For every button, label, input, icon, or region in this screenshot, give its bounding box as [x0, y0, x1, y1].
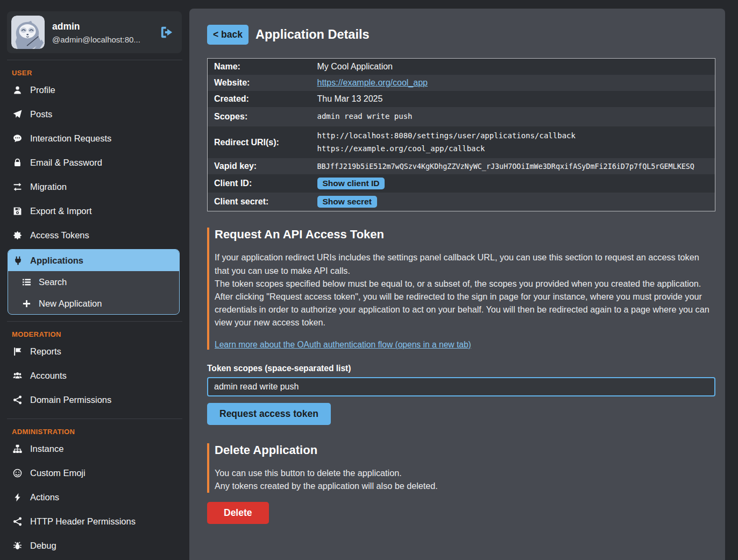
row-label: Name:	[208, 59, 311, 75]
request-access-token-button[interactable]: Request access token	[207, 403, 331, 425]
token-scopes-input[interactable]	[207, 377, 715, 396]
sidebar-item-label: Migration	[30, 182, 67, 192]
list-icon	[22, 278, 31, 287]
request-token-para-2: The token scopes specified below must be…	[215, 277, 715, 290]
sidebar-item-label: Reports	[30, 346, 61, 357]
delete-button[interactable]: Delete	[207, 502, 269, 524]
row-value: BBJffJ219b5iE512m7wQSzv4KgKDhgZZVzNyWC_r…	[311, 158, 715, 174]
user-meta: admin @admin@localhost:80...	[52, 21, 152, 44]
user-icon	[12, 86, 22, 95]
sidebar: admin @admin@localhost:80... USER Profil…	[0, 0, 189, 560]
paper-plane-icon	[12, 110, 22, 119]
bug-icon	[12, 541, 22, 550]
show-client-id-button[interactable]: Show client ID	[317, 178, 385, 189]
back-button[interactable]: < back	[207, 25, 249, 45]
delete-application-heading: Delete Application	[215, 443, 715, 457]
sidebar-item-applications-search[interactable]: Search	[8, 271, 179, 293]
sidebar-item-custom-emoji[interactable]: Custom Emoji	[0, 461, 189, 485]
sign-out-icon[interactable]	[159, 25, 174, 40]
sidebar-item-export-import[interactable]: Export & Import	[0, 199, 189, 223]
flag-icon	[12, 347, 22, 356]
row-label: Website:	[208, 75, 311, 91]
table-row-scopes: Scopes: admin read write push	[208, 107, 715, 126]
comment-icon	[12, 134, 22, 143]
table-row-name: Name: My Cool Application	[208, 59, 715, 75]
sidebar-item-posts[interactable]: Posts	[0, 102, 189, 126]
sidebar-item-access-tokens[interactable]: Access Tokens	[0, 223, 189, 247]
sidebar-item-instance[interactable]: Instance	[0, 437, 189, 461]
table-row-website: Website: https://example.org/cool_app	[208, 75, 715, 91]
sidebar-item-debug[interactable]: Debug	[0, 534, 189, 558]
sidebar-item-label: Search	[39, 277, 67, 287]
sidebar-item-label: Debug	[30, 541, 56, 551]
application-details-table: Name: My Cool Application Website: https…	[207, 58, 715, 211]
exchange-icon	[12, 182, 22, 192]
request-token-heading: Request An API Access Token	[215, 228, 715, 242]
sloth-avatar-icon	[11, 16, 45, 49]
table-row-client-secret: Client secret: Show secret	[208, 193, 715, 211]
sidebar-item-reports[interactable]: Reports	[0, 339, 189, 364]
oauth-docs-link[interactable]: Learn more about the OAuth authenticatio…	[215, 340, 471, 350]
show-secret-button[interactable]: Show secret	[317, 196, 377, 208]
applications-block: Applications Search New Application	[8, 249, 180, 315]
sidebar-item-label: Accounts	[30, 371, 67, 381]
sidebar-item-http-header-permissions[interactable]: HTTP Header Permissions	[0, 509, 189, 534]
sidebar-item-actions[interactable]: Actions	[0, 485, 189, 509]
sidebar-item-label: Profile	[30, 85, 55, 95]
username: admin	[52, 21, 152, 32]
user-card[interactable]: admin @admin@localhost:80...	[7, 11, 182, 53]
sidebar-item-label: Posts	[30, 109, 52, 119]
token-scopes-label: Token scopes (space-separated list)	[207, 364, 715, 373]
row-label: Client ID:	[208, 174, 311, 193]
sidebar-item-label: Instance	[30, 444, 63, 454]
website-link[interactable]: https://example.org/cool_app	[317, 78, 428, 87]
sidebar-item-applications[interactable]: Applications	[8, 250, 179, 271]
sidebar-item-label: Custom Emoji	[30, 468, 86, 478]
page-header: < back Application Details	[207, 25, 715, 45]
redirect-uri-1: http://localhost:8080/settings/user/appl…	[317, 130, 709, 143]
request-token-para-1: If your application redirect URIs includ…	[215, 251, 715, 277]
sidebar-item-label: Access Tokens	[30, 230, 89, 240]
user-handle: @admin@localhost:80...	[52, 35, 152, 44]
sidebar-item-migration[interactable]: Migration	[0, 175, 189, 199]
sidebar-item-label: Interaction Requests	[30, 133, 111, 144]
plus-icon	[22, 299, 31, 308]
request-token-section: Request An API Access Token If your appl…	[207, 228, 715, 350]
section-title-user: USER	[12, 69, 189, 77]
row-value: admin read write push	[311, 107, 715, 126]
sidebar-item-profile[interactable]: Profile	[0, 78, 189, 102]
row-value: Thu Mar 13 2025	[311, 91, 715, 107]
lock-icon	[12, 158, 22, 167]
sidebar-item-interaction-requests[interactable]: Interaction Requests	[0, 126, 189, 151]
row-label: Vapid key:	[208, 158, 311, 174]
sidebar-item-label: Export & Import	[30, 206, 92, 216]
sidebar-divider	[7, 60, 182, 60]
share-nodes-icon	[12, 517, 22, 526]
delete-application-section: Delete Application You can use this butt…	[207, 443, 715, 492]
avatar	[11, 16, 45, 49]
sidebar-item-accounts[interactable]: Accounts	[0, 364, 189, 388]
bolt-icon	[12, 493, 22, 502]
section-title-moderation: MODERATION	[12, 330, 189, 338]
share-nodes-icon	[12, 395, 22, 405]
section-title-administration: ADMINISTRATION	[12, 428, 189, 436]
sidebar-item-label: Applications	[30, 256, 83, 266]
table-row-created: Created: Thu Mar 13 2025	[208, 91, 715, 107]
sidebar-item-label: New Application	[39, 299, 102, 309]
sidebar-item-label: Domain Permissions	[30, 395, 111, 405]
row-label: Created:	[208, 91, 311, 107]
users-icon	[12, 371, 22, 380]
table-row-vapid-key: Vapid key: BBJffJ219b5iE512m7wQSzv4KgKDh…	[208, 158, 715, 174]
sidebar-item-applications-new[interactable]: New Application	[8, 293, 179, 314]
main-panel: < back Application Details Name: My Cool…	[189, 9, 725, 560]
delete-line-2: Any tokens created by the application wi…	[215, 479, 715, 492]
request-token-para-3: After clicking "Request access token", y…	[215, 290, 715, 329]
row-label: Client secret:	[208, 193, 311, 211]
sidebar-item-label: Actions	[30, 492, 59, 502]
sidebar-item-domain-permissions[interactable]: Domain Permissions	[0, 388, 189, 412]
row-value: http://localhost:8080/settings/user/appl…	[311, 126, 715, 159]
row-value: My Cool Application	[311, 59, 715, 75]
floppy-icon	[12, 207, 22, 216]
sidebar-item-email-password[interactable]: Email & Password	[0, 151, 189, 175]
table-row-client-id: Client ID: Show client ID	[208, 174, 715, 193]
